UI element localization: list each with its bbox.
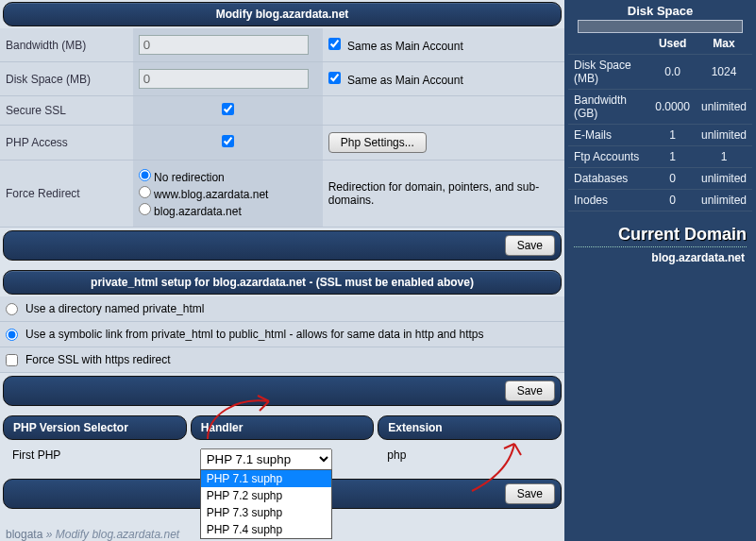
diskspace-input[interactable] [139,69,309,89]
side-row-max: unlimited [696,90,752,125]
priv-force-label: Force SSL with https redirect [25,353,171,366]
side-row-label: Inodes [568,190,649,211]
php-settings-button[interactable]: Php Settings... [328,132,427,153]
php-option[interactable]: PHP 7.3 suphp [201,504,331,521]
side-row-max: unlimited [696,190,752,211]
php-handler-dropdown[interactable]: PHP 7.1 suphpPHP 7.2 suphpPHP 7.3 suphpP… [200,469,332,539]
modify-panel-header: Modify blog.azardata.net [3,2,562,26]
php-option[interactable]: PHP 7.4 suphp [201,521,331,538]
side-row-used: 0.0 [649,55,696,90]
side-max-header: Max [696,33,752,55]
php-first-label: First PHP [3,443,187,476]
php-ext-value: php [378,443,562,476]
priv-dir-label: Use a directory named private_html [25,302,204,315]
side-row: Disk Space (MB)0.01024 [568,55,752,90]
priv-sym-label: Use a symbolic link from private_html to… [25,328,484,341]
side-row-used: 0 [649,190,696,211]
secure-ssl-checkbox[interactable] [222,103,234,115]
bandwidth-input[interactable] [139,35,309,55]
php-option[interactable]: PHP 7.1 suphp [201,470,331,487]
side-row-label: Databases [568,168,649,190]
side-row-used: 1 [649,146,696,168]
diskspace-same-label: Same as Main Account [347,74,463,87]
php-access-checkbox[interactable] [222,135,234,147]
priv-sym-radio[interactable] [6,329,18,341]
disk-space-header: Disk Space [568,0,752,20]
priv-force-checkbox[interactable] [6,354,18,366]
redirect-blog-label: blog.azardata.net [154,205,242,218]
side-row: E-Mails1unlimited [568,125,752,146]
side-row-label: E-Mails [568,125,649,146]
force-redirect-label: Force Redirect [0,161,133,228]
php-col-handler: Handler [191,415,375,440]
redirect-blog-radio[interactable] [139,203,151,215]
private-html-header: private_html setup for blog.azardata.net… [3,270,562,295]
redirect-www-radio[interactable] [139,186,151,198]
side-row-used: 1 [649,125,696,146]
php-save-button[interactable]: Save [505,483,555,504]
side-used-header: Used [649,33,696,55]
side-row: Databases0unlimited [568,168,752,190]
priv-dir-radio[interactable] [6,303,18,315]
diskspace-label: Disk Space (MB) [0,62,133,96]
breadcrumb-home[interactable]: blogata [6,528,42,541]
current-domain-value: blog.azardata.net [568,251,752,264]
side-row-max: unlimited [696,125,752,146]
php-access-label: PHP Access [0,126,133,161]
side-row-max: 1 [696,146,752,168]
bandwidth-same-checkbox[interactable] [328,38,341,50]
redirect-none-label: No redirection [154,171,225,184]
side-row: Bandwidth (GB)0.0000unlimited [568,90,752,125]
bandwidth-same-label: Same as Main Account [347,40,463,53]
side-row-label: Disk Space (MB) [568,55,649,90]
side-row-max: unlimited [696,168,752,190]
side-row-max: 1024 [696,55,752,90]
php-handler-select[interactable]: PHP 7.1 suphp [200,448,332,470]
side-row: Inodes0unlimited [568,190,752,211]
secure-ssl-label: Secure SSL [0,96,133,126]
redirect-none-radio[interactable] [139,169,151,181]
redirect-www-label: www.blog.azardata.net [154,188,268,201]
bandwidth-label: Bandwidth (MB) [0,28,133,62]
priv-save-button[interactable]: Save [505,380,555,401]
redirect-desc: Redirection for domain, pointers, and su… [323,161,564,228]
php-col-ext: Extension [378,415,562,440]
current-domain-header: Current Domain [568,225,747,245]
side-row-used: 0 [649,168,696,190]
side-row-label: Bandwidth (GB) [568,90,649,125]
side-row: Ftp Accounts11 [568,146,752,168]
side-row-used: 0.0000 [649,90,696,125]
php-col-selector: PHP Version Selector [3,415,187,440]
modify-save-button[interactable]: Save [505,235,555,256]
diskspace-same-checkbox[interactable] [328,72,341,84]
side-row-label: Ftp Accounts [568,146,649,168]
disk-usage-bar [578,20,743,33]
php-option[interactable]: PHP 7.2 suphp [201,487,331,504]
